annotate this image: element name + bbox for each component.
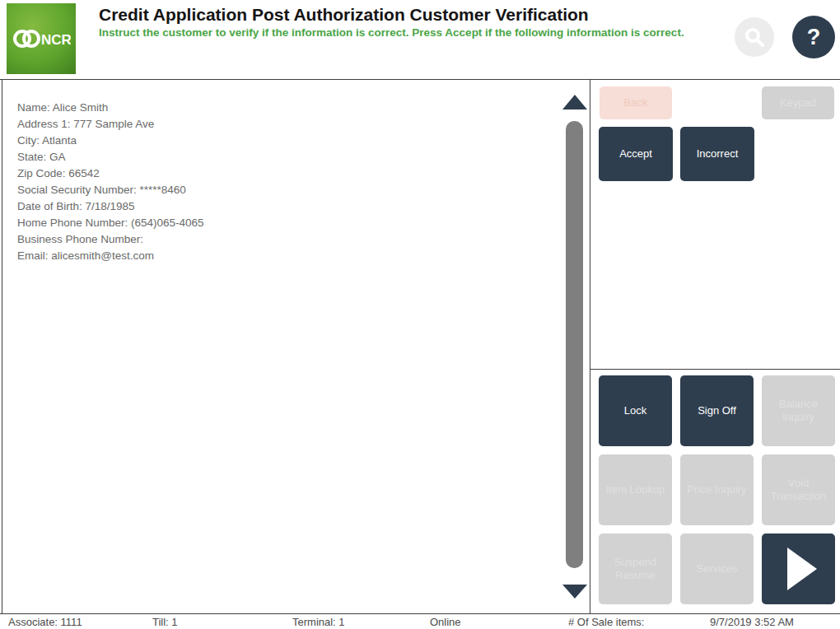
page-instruction: Instruct the customer to verify if the i… — [99, 26, 684, 39]
customer-info: Name: Alice Smith Address 1: 777 Sample … — [17, 100, 204, 264]
back-button[interactable]: Back — [600, 86, 672, 119]
info-line-zip: Zip Code: 66542 — [17, 165, 204, 182]
lock-button[interactable]: Lock — [599, 375, 672, 446]
info-line-dob: Date of Birth: 7/18/1985 — [17, 198, 204, 215]
help-button[interactable]: ? — [792, 16, 835, 58]
sign-off-button[interactable]: Sign Off — [680, 375, 754, 446]
keypad-button[interactable]: Keypad — [762, 86, 834, 119]
scroll-down-arrow-icon[interactable] — [562, 585, 587, 599]
function-button-grid: Lock Sign Off Balance Inquiry Item Looku… — [599, 375, 834, 604]
info-line-business-phone: Business Phone Number: — [17, 231, 204, 248]
pos-screen: NCR Credit Application Post Authorizatio… — [0, 0, 840, 629]
search-button[interactable] — [735, 17, 774, 57]
status-bar: Associate: 1111 Till: 1 Terminal: 1 Onli… — [0, 613, 840, 629]
status-terminal: Terminal: 1 — [292, 616, 345, 628]
scrollbar-thumb[interactable] — [566, 121, 583, 568]
info-line-address1: Address 1: 777 Sample Ave — [17, 116, 204, 133]
panel-divider — [590, 369, 840, 370]
customer-verification-pane: Name: Alice Smith Address 1: 777 Sample … — [2, 80, 590, 613]
arrow-right-icon — [787, 547, 817, 590]
services-button[interactable]: Services — [680, 533, 754, 604]
status-associate: Associate: 1111 — [8, 616, 82, 628]
balance-inquiry-button[interactable]: Balance Inquiry — [762, 375, 835, 446]
status-connection: Online — [430, 616, 461, 628]
status-till: Till: 1 — [152, 616, 178, 628]
void-transaction-button[interactable]: Void Transaction — [762, 454, 835, 525]
header: NCR Credit Application Post Authorizatio… — [0, 0, 840, 80]
info-line-name: Name: Alice Smith — [17, 100, 204, 116]
info-line-city: City: Atlanta — [17, 133, 204, 149]
suspend-resume-button[interactable]: Suspend Resume — [599, 533, 672, 604]
accept-button[interactable]: Accept — [599, 127, 673, 181]
info-line-email: Email: alicesmith@test.com — [17, 248, 204, 264]
page-title: Credit Application Post Authorization Cu… — [99, 5, 589, 25]
status-datetime: 9/7/2019 3:52 AM — [710, 616, 794, 628]
action-panel: Back Keypad Accept Incorrect Lock Sign O… — [590, 80, 840, 613]
status-sale-items: # Of Sale items: — [568, 616, 644, 628]
search-icon — [744, 26, 765, 48]
next-page-button[interactable] — [762, 533, 835, 604]
incorrect-button[interactable]: Incorrect — [680, 127, 754, 181]
ncr-logo: NCR — [7, 3, 76, 74]
svg-text:NCR: NCR — [41, 32, 71, 48]
question-mark-icon: ? — [807, 25, 821, 50]
info-line-ssn: Social Security Number: *****8460 — [17, 182, 204, 198]
info-line-state: State: GA — [17, 149, 204, 165]
info-line-home-phone: Home Phone Number: (654)065-4065 — [17, 215, 204, 231]
scroll-up-arrow-icon[interactable] — [562, 95, 587, 109]
price-inquiry-button[interactable]: Price Inquiry — [680, 454, 754, 525]
item-lookup-button[interactable]: Item Lookup — [599, 454, 672, 525]
ncr-logo-icon: NCR — [12, 24, 71, 54]
